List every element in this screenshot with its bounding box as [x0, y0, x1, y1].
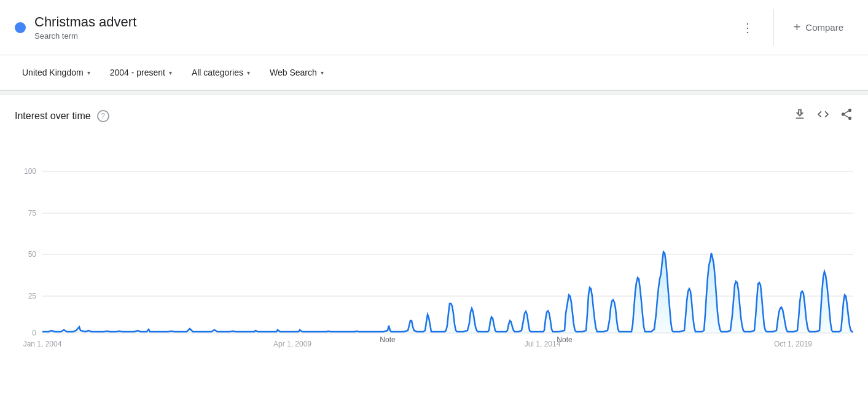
region-label: United Kingdom	[22, 68, 84, 77]
svg-text:Oct 1, 2019: Oct 1, 2019	[774, 340, 812, 348]
compare-label: Compare	[805, 22, 843, 33]
svg-text:0: 0	[32, 329, 36, 337]
period-filter[interactable]: 2004 - present ▾	[103, 64, 179, 81]
period-arrow: ▾	[169, 69, 172, 76]
svg-text:50: 50	[28, 250, 37, 259]
chart-header: Interest over time ?	[15, 108, 853, 124]
svg-text:Note: Note	[380, 335, 396, 344]
download-button[interactable]	[793, 108, 807, 124]
embed-button[interactable]	[816, 108, 830, 124]
filters-row: United Kingdom ▾ 2004 - present ▾ All ca…	[0, 55, 868, 90]
category-arrow: ▾	[247, 69, 250, 76]
svg-text:75: 75	[28, 209, 37, 217]
section-separator	[0, 90, 868, 95]
compare-button[interactable]: + Compare	[784, 15, 853, 39]
share-button[interactable]	[840, 108, 853, 124]
interest-chart: 0 25 50 75 100 Jan 1, 2004 Apr 1, 2009 J…	[15, 130, 853, 351]
more-options-icon[interactable]: ⋮	[732, 15, 764, 40]
search-term-dot	[15, 22, 26, 33]
chart-actions	[793, 108, 853, 124]
svg-text:Jul 1, 2014: Jul 1, 2014	[525, 340, 561, 348]
header-divider	[773, 9, 774, 46]
chart-section: Interest over time ?	[0, 95, 868, 358]
region-arrow: ▾	[87, 69, 90, 76]
compare-plus-icon: +	[794, 20, 801, 34]
svg-text:Apr 1, 2009: Apr 1, 2009	[273, 340, 311, 348]
chart-container: 0 25 50 75 100 Jan 1, 2004 Apr 1, 2009 J…	[15, 130, 853, 351]
search-term-text: Christmas advert Search term	[34, 14, 136, 41]
svg-text:Jan 1, 2004: Jan 1, 2004	[23, 340, 62, 348]
chart-title: Interest over time	[15, 111, 91, 122]
search-term-section: Christmas advert Search term ⋮	[15, 14, 764, 41]
search-term-subtitle: Search term	[34, 31, 136, 41]
chart-title-area: Interest over time ?	[15, 110, 109, 122]
help-icon[interactable]: ?	[97, 110, 109, 122]
svg-text:25: 25	[28, 292, 37, 300]
svg-text:Note: Note	[557, 335, 573, 344]
header: Christmas advert Search term ⋮ + Compare	[0, 0, 868, 55]
search-type-label: Web Search	[270, 68, 317, 77]
category-label: All categories	[192, 68, 243, 77]
svg-text:100: 100	[24, 167, 36, 176]
search-term-title: Christmas advert	[34, 14, 136, 30]
search-type-arrow: ▾	[321, 69, 324, 76]
category-filter[interactable]: All categories ▾	[184, 64, 257, 81]
search-type-filter[interactable]: Web Search ▾	[262, 64, 331, 81]
period-label: 2004 - present	[110, 68, 165, 77]
region-filter[interactable]: United Kingdom ▾	[15, 64, 98, 81]
